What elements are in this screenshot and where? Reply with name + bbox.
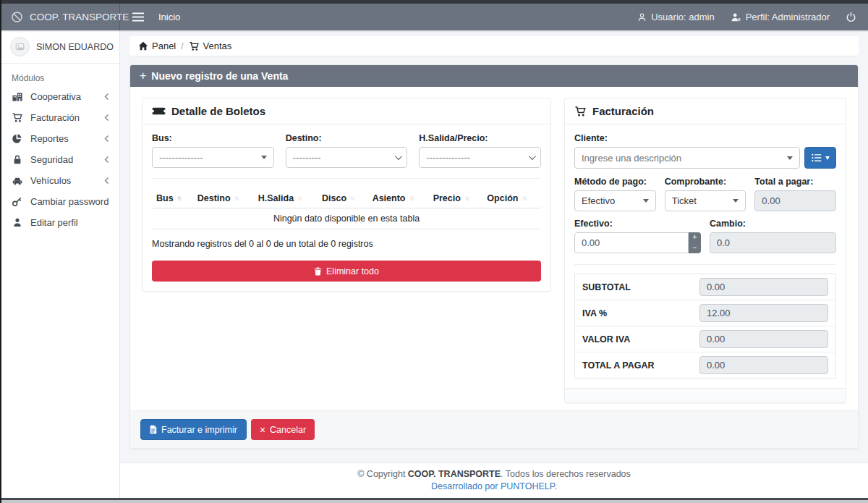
col-header-asiento[interactable]: Asiento↑↓: [368, 189, 429, 208]
table-row: SUBTOTAL: [575, 274, 836, 300]
bus-select[interactable]: --------------: [152, 147, 274, 168]
table-row: IVA %: [575, 300, 836, 326]
sidebar-item-label: Editar perfil: [30, 217, 78, 228]
sidebar-item-cambiar-password[interactable]: Cambiar password: [1, 191, 119, 212]
developer-link[interactable]: Desarrollado por PUNTOHELP.: [431, 481, 557, 491]
user-icon: [11, 217, 23, 228]
bus-label: Bus:: [152, 133, 274, 143]
sidebar-item-label: Facturación: [30, 112, 80, 123]
sidebar-item-vehiculos[interactable]: Vehículos: [1, 170, 119, 191]
sidebar-item-cooperativa[interactable]: Cooperativa: [1, 86, 119, 107]
table-row: TOTAL A PAGAR: [575, 352, 836, 379]
divider: [574, 264, 836, 265]
metodo-pago-select[interactable]: Efectivo: [574, 190, 656, 211]
avatar: [10, 37, 30, 56]
breadcrumb-separator: /: [181, 41, 183, 51]
chevron-down-icon: [395, 153, 402, 160]
file-invoice-icon: [150, 425, 157, 434]
delete-all-button[interactable]: Eliminar todo: [152, 261, 541, 282]
total-pagar-label: Total a pagar:: [754, 177, 836, 187]
metodo-pago-field-group: Método de pago: Efectivo: [574, 177, 656, 211]
caret-down-icon: [261, 156, 267, 159]
nav-link-inicio[interactable]: Inicio: [158, 12, 180, 22]
comprobante-select[interactable]: Ticket: [665, 190, 746, 211]
efectivo-label: Efectivo:: [574, 219, 701, 229]
col-header-disco[interactable]: Disco↑↓: [318, 189, 368, 208]
sidebar-item-facturacion[interactable]: Facturación: [1, 107, 119, 128]
efectivo-field-group: Efectivo: + −: [574, 219, 701, 253]
invoice-print-button[interactable]: Facturar e imprimir: [140, 419, 247, 440]
col-header-destino[interactable]: Destino↑↓: [193, 189, 254, 208]
sidebar-item-editar-perfil[interactable]: Editar perfil: [1, 212, 119, 233]
caret-down-icon: [733, 199, 739, 203]
navbar-profile[interactable]: Perfil: Administrador: [731, 12, 830, 22]
tickets-table: Bus↑↓ Destino↑↓ H.Salida↑↓ Disco↑↓ Asien…: [152, 189, 541, 229]
iva-percent-label: IVA %: [575, 300, 692, 326]
table-info-text: Mostrando registros del 0 al 0 de un tot…: [152, 237, 394, 251]
comprobante-field-group: Comprobante: Ticket: [665, 177, 746, 211]
brand-logo-area[interactable]: COOP. TRANSPORTE: [1, 4, 120, 30]
destino-select[interactable]: ---------: [286, 147, 408, 168]
billing-card-footer: [565, 388, 846, 402]
cliente-search-select[interactable]: [574, 147, 800, 169]
efectivo-input[interactable]: [574, 232, 689, 253]
table-row: VALOR IVA: [575, 326, 836, 352]
valor-iva-input: [699, 330, 828, 348]
table-empty-row: Ningún dato disponible en esta tabla: [152, 208, 541, 229]
sidebar-item-seguridad[interactable]: Seguridad: [1, 149, 119, 170]
breadcrumb-panel-label: Panel: [152, 41, 176, 51]
sort-icon: ↑↓: [177, 194, 182, 202]
number-spinner: + −: [689, 232, 701, 253]
navbar-user[interactable]: Usuario: admin: [637, 12, 714, 22]
new-sale-panel: + Nuevo registro de una Venta Detalle de…: [129, 64, 859, 449]
sidebar-item-label: Cooperativa: [30, 91, 81, 102]
lock-icon: [11, 154, 23, 165]
cliente-input[interactable]: [582, 153, 787, 164]
chevron-left-icon: [103, 93, 110, 101]
col-header-precio[interactable]: Precio↑↓: [429, 189, 483, 208]
building-icon: [11, 91, 23, 102]
sidebar-item-reportes[interactable]: Reportes: [1, 128, 119, 149]
footer-brand: COOP. TRANSPORTE: [408, 469, 501, 479]
user-outline-icon: [637, 12, 647, 22]
sort-icon: ↑↓: [297, 194, 302, 202]
sidebar: SIMON EDUARDO Módulos Cooperativa Factur…: [1, 30, 120, 498]
breadcrumb-panel[interactable]: Panel: [138, 41, 176, 51]
panel-title: Nuevo registro de una Venta: [151, 70, 288, 82]
col-header-opcion[interactable]: Opción↑↓: [482, 189, 541, 208]
chevron-down-icon: [529, 153, 536, 160]
sidebar-section-label: Módulos: [1, 64, 119, 86]
total-pagar-input: [754, 190, 836, 211]
col-header-bus[interactable]: Bus↑↓: [152, 189, 193, 208]
spinner-down-button[interactable]: −: [689, 243, 701, 254]
trash-icon: [314, 267, 322, 276]
top-navbar: COOP. TRANSPORTE Inicio Usuario: admin: [1, 4, 868, 30]
chevron-left-icon: [103, 114, 110, 122]
bus-field-group: Bus: --------------: [152, 133, 274, 168]
cart-icon: [189, 41, 200, 51]
list-icon: [812, 153, 822, 162]
client-list-dropdown-button[interactable]: [804, 147, 836, 169]
totals-table: SUBTOTAL IVA % VALOR IVA: [574, 274, 836, 379]
empty-table-message: Ningún dato disponible en esta tabla: [152, 208, 541, 229]
hsalida-select[interactable]: --------------: [419, 147, 541, 168]
user-gear-icon: [731, 12, 741, 22]
sidebar-user-panel[interactable]: SIMON EDUARDO: [1, 30, 119, 64]
spinner-up-button[interactable]: +: [689, 232, 701, 243]
hamburger-menu-icon[interactable]: [132, 12, 144, 22]
chevron-left-icon: [103, 135, 110, 143]
brand-title: COOP. TRANSPORTE: [30, 12, 129, 22]
sort-icon: ↑↓: [350, 194, 354, 202]
app-window: COOP. TRANSPORTE Inicio Usuario: admin: [0, 0, 868, 503]
col-header-hsalida[interactable]: H.Salida↑↓: [254, 189, 318, 208]
cancel-button[interactable]: × Cancelar: [251, 419, 315, 440]
window-chrome-bottom: [1, 498, 868, 503]
sidebar-item-label: Reportes: [30, 133, 69, 144]
iva-percent-input: [699, 304, 828, 322]
sort-icon: ↑↓: [234, 194, 239, 202]
subtotal-label: SUBTOTAL: [575, 274, 692, 300]
power-logout-icon[interactable]: [846, 12, 856, 22]
destino-field-group: Destino: ---------: [286, 133, 408, 168]
navbar-profile-label: Perfil: Administrador: [746, 12, 830, 22]
divider: [152, 178, 541, 179]
